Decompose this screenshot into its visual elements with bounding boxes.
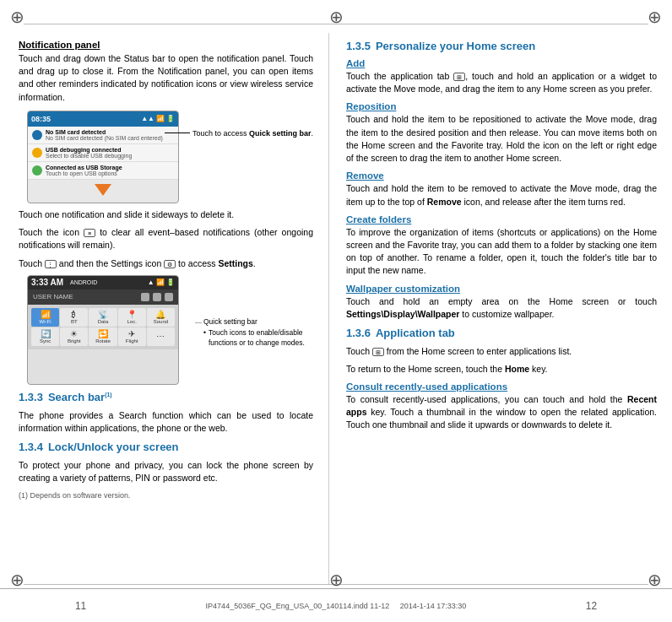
qs-phone-screen: 3:33 AM ANDROID ▲ 📶 🔋 USER NAME bbox=[27, 275, 179, 385]
data-icon: 📡 bbox=[98, 310, 108, 319]
footer-date: 2014-1-14 17:33:30 bbox=[400, 602, 467, 610]
reposition-body: Touch and hold the item to be reposition… bbox=[346, 113, 657, 165]
consult-body: To consult recently-used applications, y… bbox=[346, 393, 657, 432]
footer-page-num-right: 12 bbox=[528, 600, 655, 612]
left-column: Notification panel Touch and drag down t… bbox=[0, 33, 329, 584]
loc-label: Loc. bbox=[127, 319, 137, 324]
qs-cell-fly: ✈Flight bbox=[118, 327, 146, 346]
settings-text: Touch ⋮ and then the Settings icon ⚙ to … bbox=[19, 257, 313, 270]
qs-status-bar: 3:33 AM ANDROID ▲ 📶 🔋 bbox=[28, 276, 178, 289]
search-bar-num: 1.3.3 bbox=[19, 391, 43, 403]
crosshair-top-left: ⊕ bbox=[10, 7, 24, 27]
create-folders-subsection: Create folders To improve the organizati… bbox=[346, 214, 657, 278]
callout-line bbox=[165, 133, 190, 133]
qs-cell-sound: 🔔Sound bbox=[147, 308, 175, 327]
settings-icon-2: ⚙ bbox=[164, 260, 176, 268]
data-label: Data bbox=[98, 319, 109, 324]
qs-bar-icon-3 bbox=[165, 293, 173, 301]
clear-text: Touch the icon ≡ to clear all event–base… bbox=[19, 226, 313, 252]
rot-icon: 🔁 bbox=[98, 329, 108, 338]
add-subsection: Add Touch the application tab ⊞, touch a… bbox=[346, 58, 657, 95]
qs-cell-loc: 📍Loc. bbox=[118, 308, 146, 327]
remove-title: Remove bbox=[346, 170, 657, 181]
fly-label: Flight bbox=[126, 338, 138, 343]
app-tab-title: Application tab bbox=[376, 327, 455, 339]
app-tab-num: 1.3.6 bbox=[346, 327, 371, 339]
notification-panel-section: Notification panel Touch and drag down t… bbox=[19, 40, 313, 385]
qs-callout: — Quick setting bar • Touch icons to ena… bbox=[195, 317, 313, 349]
personalize-section: 1.3.5 Personalize your Home screen Add T… bbox=[346, 40, 657, 321]
notif-icon-1 bbox=[32, 130, 42, 140]
crosshair-bottom-center: ⊕ bbox=[329, 570, 344, 590]
crosshair-top-right: ⊕ bbox=[648, 7, 662, 27]
wifi-label: Wi-Fi bbox=[40, 319, 51, 324]
search-bar-heading-row: 1.3.3 Search bar(1) bbox=[19, 391, 313, 407]
qs-bullet-dot: • bbox=[203, 328, 206, 338]
wallpaper-title: Wallpaper customization bbox=[346, 284, 657, 294]
bt-label: BT bbox=[71, 319, 78, 324]
phone-status-icons: ▲▲ 📶 🔋 bbox=[141, 115, 175, 122]
qs-bullet-1: • Touch icons to enable/disable function… bbox=[203, 328, 313, 349]
clear-icon: ≡ bbox=[84, 229, 95, 237]
phone-status-bar: 08:35 ▲▲ 📶 🔋 bbox=[28, 111, 178, 127]
bt-icon: ₿ bbox=[72, 310, 76, 319]
qs-cell-sync: 🔄Sync bbox=[31, 327, 59, 346]
add-body: Touch the application tab ⊞, touch and h… bbox=[346, 70, 657, 95]
main-content: Notification panel Touch and drag down t… bbox=[0, 24, 672, 584]
qs-carrier: ANDROID bbox=[70, 279, 97, 285]
notification-panel-body: Touch and drag down the Status bar to op… bbox=[19, 52, 313, 104]
callout-quick-setting: Touch to access Quick setting bar. bbox=[165, 129, 313, 138]
qs-cell-extra: ⋯ bbox=[147, 327, 175, 346]
qs-callout-inner: — Quick setting bar • Touch icons to ena… bbox=[195, 317, 313, 349]
qs-dash: — bbox=[195, 317, 202, 327]
notif-3: Connected as USB Storage Touch to open U… bbox=[28, 162, 178, 180]
fly-icon: ✈ bbox=[128, 329, 135, 338]
qs-bar-icon-2 bbox=[153, 293, 161, 301]
wallpaper-body: Touch and hold an empty area on the Home… bbox=[346, 295, 657, 321]
phone-screen-1: 08:35 ▲▲ 📶 🔋 No SIM card detected bbox=[27, 111, 179, 203]
app-tab-icon-2: ⊞ bbox=[372, 348, 384, 356]
search-bar-section: 1.3.3 Search bar(1) The phone provides a… bbox=[19, 391, 313, 435]
rot-label: Rotate bbox=[95, 338, 111, 343]
qs-callout-text: Quick setting bar • Touch icons to enabl… bbox=[203, 317, 313, 349]
qs-status-icons: ▲ 📶 🔋 bbox=[148, 279, 175, 286]
qs-bar-icons bbox=[141, 293, 173, 301]
search-bar-body: The phone provides a Search function whi… bbox=[19, 409, 313, 435]
qs-callout-title: Quick setting bar bbox=[203, 317, 313, 327]
search-bar-sup: (1) bbox=[105, 391, 112, 397]
lock-unlock-num: 1.3.4 bbox=[19, 441, 43, 453]
lock-unlock-title: Lock/Unlock your screen bbox=[48, 441, 179, 453]
lock-unlock-section: 1.3.4 Lock/Unlock your screen To protect… bbox=[19, 441, 313, 484]
remove-subsection: Remove Touch and hold the item to be rem… bbox=[346, 170, 657, 208]
app-tab-heading-row: 1.3.6 Application tab bbox=[346, 327, 657, 343]
personalize-heading-row: 1.3.5 Personalize your Home screen bbox=[346, 40, 657, 56]
wallpaper-subsection: Wallpaper customization Touch and hold a… bbox=[346, 284, 657, 321]
consult-subsection: Consult recently-used applications To co… bbox=[346, 381, 657, 432]
notif-icon-2 bbox=[32, 148, 42, 158]
notification-panel-title: Notification panel bbox=[19, 40, 313, 50]
qs-cell-data: 📡Data bbox=[89, 308, 117, 327]
qs-cell-bt: ₿BT bbox=[60, 308, 88, 327]
reposition-title: Reposition bbox=[346, 101, 657, 111]
footer-right: 12 bbox=[528, 600, 655, 612]
loc-icon: 📍 bbox=[127, 310, 137, 319]
reposition-subsection: Reposition Touch and hold the item to be… bbox=[346, 101, 657, 165]
right-column: 1.3.5 Personalize your Home screen Add T… bbox=[329, 33, 672, 584]
create-folders-body: To improve the organization of items (sh… bbox=[346, 226, 657, 278]
qs-bullet-text: Touch icons to enable/disable functions … bbox=[209, 328, 313, 349]
bright-label: Bright bbox=[68, 338, 81, 343]
sound-icon: 🔔 bbox=[155, 310, 165, 319]
footer-file-info: IP4744_5036F_QG_Eng_USA_00_140114.indd 1… bbox=[144, 602, 528, 610]
sound-label: Sound bbox=[154, 319, 168, 324]
search-bar-title: Search bar(1) bbox=[48, 391, 112, 403]
personalize-num: 1.3.5 bbox=[346, 40, 371, 52]
phone-time: 08:35 bbox=[31, 115, 141, 123]
wifi-icon: 📶 bbox=[41, 310, 51, 319]
qs-cell-rot: 🔁Rotate bbox=[89, 327, 117, 346]
qs-bar-icon-1 bbox=[141, 293, 149, 301]
sync-label: Sync bbox=[40, 338, 51, 343]
notif-text-2: USB debugging connected Select to disabl… bbox=[46, 147, 132, 159]
phone-screen-1-container: 08:35 ▲▲ 📶 🔋 No SIM card detected bbox=[19, 111, 313, 203]
qs-grid: 📶Wi-Fi ₿BT 📡Data 📍Loc. 🔔Sound 🔄Sync ☀Bri… bbox=[28, 305, 178, 349]
qs-time: 3:33 AM bbox=[31, 278, 63, 287]
